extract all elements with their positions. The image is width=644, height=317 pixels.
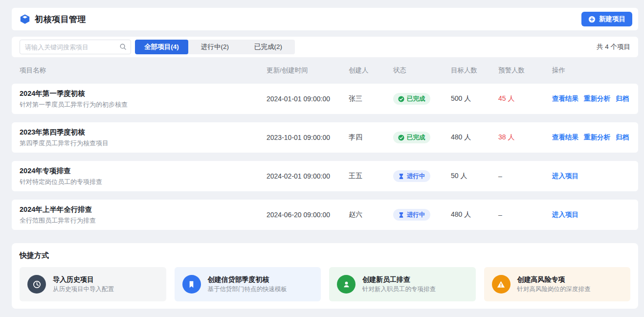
shortcuts-grid: 导入历史项目 从历史项目中导入配置 创建信贷部季度初核 基于信贷部门特点的快速模… [20,267,630,301]
status-badge: 已完成 [393,93,430,105]
col-header-warning: 预警人数 [498,66,552,75]
filter-tabs: 全部项目(4) 进行中(2) 已完成(2) [135,40,295,54]
project-target: 480 人 [451,210,498,219]
shortcut-text: 导入历史项目 从历史项目中导入配置 [53,276,114,293]
project-creator: 张三 [349,94,393,103]
tab-completed[interactable]: 已完成(2) [242,40,295,54]
status-badge: 进行中 [393,209,430,221]
table-row: 2023年第四季度初核 第四季度员工异常行为核查项目 2023-10-01 09… [12,122,638,153]
reanalyze-link[interactable]: 重新分析 [584,133,610,142]
tab-in-progress[interactable]: 进行中(2) [188,40,242,54]
project-creator: 王五 [349,172,393,181]
status-label: 进行中 [407,211,425,219]
shortcut-title-text: 创建新员工排查 [362,276,436,283]
project-status-cell: 进行中 [393,170,451,182]
project-actions: 进入项目 [552,210,630,219]
col-header-creator: 创建人 [349,66,393,75]
status-badge: 已完成 [393,132,430,143]
shortcut-subtitle-text: 从历史项目中导入配置 [53,286,114,293]
search-input[interactable] [20,40,131,54]
toolbar: 全部项目(4) 进行中(2) 已完成(2) 共 4 个项目 [12,37,638,57]
enter-project-link[interactable]: 进入项目 [552,210,578,219]
col-header-target: 目标人数 [451,66,498,75]
status-label: 已完成 [407,134,425,142]
project-name: 2024年专项排查 [20,167,266,175]
status-label: 已完成 [407,95,425,103]
archive-link[interactable]: 归档 [616,133,629,142]
project-warning: – [498,211,552,219]
shortcut-title-text: 创建高风险专项 [517,276,591,283]
table-row: 2024年上半年全行排查 全行范围员工异常行为排查 2024-06-20 09:… [12,200,638,230]
project-warning: 38 人 [498,133,552,142]
project-name-cell: 2024年第一季度初核 针对第一季度员工异常行为的初步核查 [20,90,266,108]
shortcut-credit-quarterly[interactable]: 创建信贷部季度初核 基于信贷部门特点的快速模板 [175,267,321,301]
project-target: 50 人 [451,172,498,181]
shortcuts-section: 快捷方式 导入历史项目 从历史项目中导入配置 创建信贷部季度初核 [12,243,638,309]
new-project-label: 新建项目 [599,15,625,23]
view-results-link[interactable]: 查看结果 [552,94,578,103]
project-actions: 进入项目 [552,172,630,181]
project-desc: 第四季度员工异常行为核查项目 [20,140,266,146]
hourglass-icon [398,173,404,180]
search-icon[interactable] [119,43,127,50]
project-name-cell: 2024年上半年全行排查 全行范围员工异常行为排查 [20,206,266,224]
project-warning: – [498,172,552,180]
bookmark-icon [182,275,201,294]
project-desc: 针对特定岗位员工的专项排查 [20,179,266,185]
project-creator: 李四 [349,133,393,142]
project-time: 2024-06-20 09:00:00 [266,211,349,219]
reanalyze-link[interactable]: 重新分析 [584,94,610,103]
table-row: 2024年专项排查 针对特定岗位员工的专项排查 2024-02-01 09:00… [12,161,638,191]
table-header-row: 项目名称 更新/创建时间 创建人 状态 目标人数 预警人数 操作 [12,57,638,84]
project-name-cell: 2024年专项排查 针对特定岗位员工的专项排查 [20,167,266,185]
new-project-button[interactable]: 新建项目 [581,12,632,26]
shortcut-title-text: 创建信贷部季度初核 [208,276,288,283]
tab-all-projects[interactable]: 全部项目(4) [135,40,188,54]
project-count-text: 共 4 个项目 [597,43,630,51]
project-name: 2023年第四季度初核 [20,129,266,136]
shortcut-title-text: 导入历史项目 [53,276,114,283]
shortcuts-title: 快捷方式 [20,251,630,260]
project-warning: 45 人 [498,94,552,103]
shortcut-subtitle-text: 基于信贷部门特点的快速模板 [208,286,288,293]
view-results-link[interactable]: 查看结果 [552,133,578,142]
project-actions: 查看结果 重新分析 归档 [552,94,630,103]
project-desc: 针对第一季度员工异常行为的初步核查 [20,101,266,108]
shortcut-text: 创建信贷部季度初核 基于信贷部门特点的快速模板 [208,276,288,293]
warning-icon [492,275,511,294]
project-name-cell: 2023年第四季度初核 第四季度员工异常行为核查项目 [20,129,266,146]
shortcut-subtitle-text: 针对新入职员工的专项排查 [362,286,436,293]
project-target: 480 人 [451,133,498,142]
project-time: 2023-10-01 09:00:00 [266,134,349,141]
col-header-name: 项目名称 [20,66,266,75]
shortcut-subtitle-text: 针对高风险岗位的深度排查 [517,286,591,293]
project-status-cell: 进行中 [393,209,451,221]
plus-circle-icon [588,16,596,23]
project-time: 2024-02-01 09:00:00 [266,172,349,180]
header-bar: 初核项目管理 新建项目 [12,8,638,30]
check-circle-icon [398,96,404,102]
shortcut-high-risk[interactable]: 创建高风险专项 针对高风险岗位的深度排查 [484,267,631,301]
col-header-actions: 操作 [552,66,630,75]
shortcut-import-history[interactable]: 导入历史项目 从历史项目中导入配置 [20,267,166,301]
shortcut-new-employee[interactable]: 创建新员工排查 针对新入职员工的专项排查 [329,267,476,301]
project-name: 2024年第一季度初核 [20,90,266,97]
project-status-cell: 已完成 [393,93,451,105]
project-target: 500 人 [451,94,498,103]
col-header-status: 状态 [393,66,451,75]
project-creator: 赵六 [349,210,393,219]
page-title: 初核项目管理 [35,14,86,25]
project-status-cell: 已完成 [393,132,451,143]
project-time: 2024-01-01 09:00:00 [266,95,349,103]
user-icon [337,275,355,294]
clock-icon [27,275,46,294]
shortcut-text: 创建新员工排查 针对新入职员工的专项排查 [362,276,436,293]
archive-link[interactable]: 归档 [616,94,629,103]
project-desc: 全行范围员工异常行为排查 [20,217,266,224]
table-row: 2024年第一季度初核 针对第一季度员工异常行为的初步核查 2024-01-01… [12,84,638,114]
page-title-group: 初核项目管理 [20,14,86,25]
enter-project-link[interactable]: 进入项目 [552,172,578,181]
project-name: 2024年上半年全行排查 [20,206,266,213]
status-badge: 进行中 [393,170,430,182]
status-label: 进行中 [407,172,425,181]
